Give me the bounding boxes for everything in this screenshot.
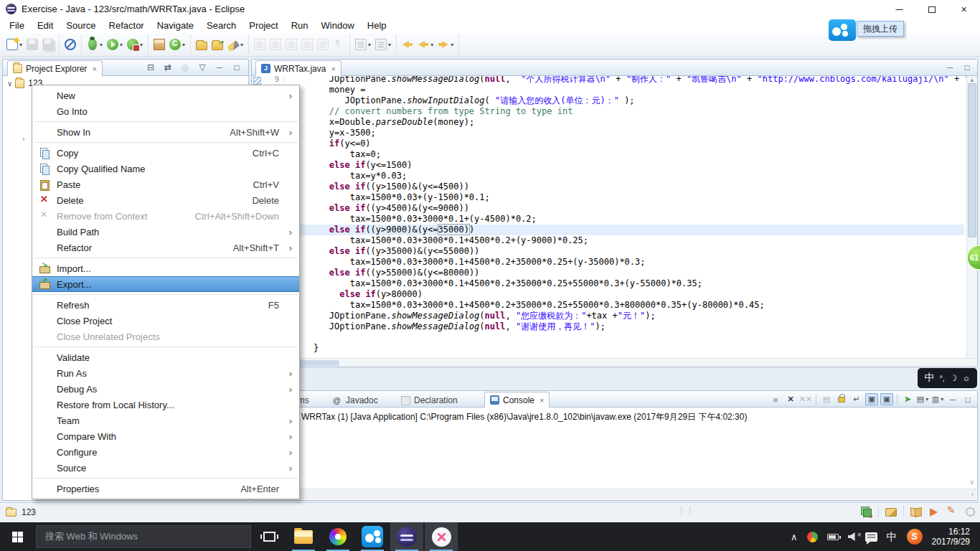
code-line[interactable]: tax=1500*0.03+(y-1500)*0.1;: [288, 192, 964, 203]
menubar-item-edit[interactable]: Edit: [31, 19, 60, 32]
code-line[interactable]: tax=0;: [288, 149, 964, 160]
dropdown-arrow-icon[interactable]: ▾: [388, 42, 391, 48]
dropdown-arrow-icon[interactable]: ▾: [925, 396, 928, 402]
pencil-icon[interactable]: [946, 506, 958, 517]
sogou-icon[interactable]: S: [907, 529, 923, 545]
minimize-icon[interactable]: ─: [214, 62, 225, 73]
ime-language-indicator[interactable]: 中: [887, 530, 897, 544]
code-line[interactable]: JOptionPane.showInputDialog( "请输入您的收入(单位…: [288, 95, 964, 106]
menu-item-configure[interactable]: Configure›: [32, 444, 299, 460]
close-tab-icon[interactable]: ×: [92, 65, 96, 73]
open-console-icon[interactable]: ▥▾: [931, 393, 944, 405]
menu-item-show-in[interactable]: Show InAlt+Shift+W›: [32, 124, 299, 140]
code-line[interactable]: y=x-3500;: [288, 128, 964, 138]
code-line[interactable]: else if((y>55000)&(y<=80000)): [288, 268, 964, 278]
code-line[interactable]: tax=1500*0.03+3000*0.1+4500*0.2+35000*0.…: [288, 257, 964, 268]
netdisk-drag-upload-widget[interactable]: 拖拽上传: [829, 19, 904, 41]
ime-lang-toggle[interactable]: 中: [925, 372, 935, 385]
menu-item-compare-with[interactable]: Compare With›: [32, 428, 299, 444]
gray7-button[interactable]: ▾: [373, 37, 393, 52]
book-icon[interactable]: [910, 506, 922, 517]
editor-horizontal-scrollbar[interactable]: [252, 358, 977, 367]
menubar-item-search[interactable]: Search: [200, 19, 242, 32]
back-button[interactable]: ▾: [415, 37, 435, 52]
taskbar-app-color-wheel-app[interactable]: [321, 522, 354, 551]
dropdown-arrow-icon[interactable]: ▾: [120, 42, 123, 48]
close-tab-icon[interactable]: ×: [540, 396, 544, 405]
new-button[interactable]: ▾: [4, 37, 24, 52]
volume-muted-icon[interactable]: ×: [848, 532, 856, 541]
tree-expander-icon[interactable]: ›: [22, 134, 25, 143]
code-line[interactable]: tax=1500*0.03+3000*0.1+4500*0.2+(y-9000)…: [288, 235, 964, 246]
speedup-ball[interactable]: 61: [966, 245, 980, 270]
menubar-item-project[interactable]: Project: [242, 19, 284, 32]
code-line[interactable]: [288, 332, 964, 343]
menu-item-copy-qualified-name[interactable]: Copy Qualified Name: [32, 161, 299, 176]
menu-item-go-into[interactable]: Go Into: [32, 103, 299, 119]
scrollbar-thumb[interactable]: [968, 83, 976, 237]
code-line[interactable]: else if((y>4500)&(y<=9000)): [288, 203, 964, 214]
code-line[interactable]: else if((y>35000)&(y<=55000)): [288, 246, 964, 257]
netdisk-icon[interactable]: [829, 19, 856, 41]
start-button[interactable]: [0, 522, 34, 551]
menu-item-source[interactable]: Source›: [32, 460, 299, 476]
remove-launch-icon[interactable]: ✕: [784, 393, 797, 405]
coverage-button[interactable]: ▾: [125, 37, 145, 52]
menu-item-export[interactable]: Export...: [32, 276, 299, 292]
code-line[interactable]: }: [288, 343, 964, 354]
collapse-all-icon[interactable]: ⊟: [145, 62, 156, 73]
tree-expander-icon[interactable]: ∨: [7, 80, 12, 88]
close-tab-icon[interactable]: ×: [331, 65, 335, 73]
tab-javadoc[interactable]: @Javadoc: [328, 393, 383, 408]
dropdown-arrow-icon[interactable]: ▾: [430, 42, 433, 48]
minimize-icon[interactable]: ─: [944, 62, 956, 73]
dropdown-arrow-icon[interactable]: ▾: [100, 42, 103, 48]
tab-declaration[interactable]: Declaration: [396, 393, 463, 408]
scroll-up-icon[interactable]: ▲: [969, 77, 975, 83]
taskbar-app-task-view[interactable]: [253, 522, 286, 551]
menu-item-properties[interactable]: PropertiesAlt+Enter: [32, 481, 299, 496]
code-line[interactable]: tax=1500*0.03+3000*0.1+4500*0.2+35000*0.…: [288, 300, 964, 311]
menu-item-team[interactable]: Team›: [32, 413, 299, 428]
maximize-icon[interactable]: □: [961, 393, 974, 405]
run-button[interactable]: ▾: [105, 37, 125, 52]
code-line[interactable]: else if((y>1500)&(y<=4500)): [288, 182, 964, 192]
dropdown-arrow-icon[interactable]: ▾: [19, 42, 22, 48]
code-line[interactable]: JOptionPane.showMessageDialog(null, "个人所…: [288, 76, 964, 85]
scroll-lock-icon[interactable]: [835, 393, 848, 405]
dropdown-arrow-icon[interactable]: ▾: [451, 42, 453, 48]
newclass-button[interactable]: ▾: [167, 37, 187, 52]
menu-item-run-as[interactable]: Run As›: [32, 365, 299, 381]
show-stderr-icon[interactable]: ▣: [880, 393, 893, 405]
scroll-right-icon[interactable]: ›: [971, 490, 974, 498]
scroll-down-icon[interactable]: ∨: [969, 479, 974, 486]
lastedit-button[interactable]: [400, 37, 415, 52]
pin-console-icon[interactable]: ➤: [901, 393, 914, 405]
link-editor-icon[interactable]: ⇄: [162, 62, 174, 73]
battery-icon[interactable]: [827, 534, 839, 540]
close-window-icon[interactable]: ×: [948, 0, 980, 19]
word-wrap-icon[interactable]: ↵: [850, 393, 863, 405]
menu-item-validate[interactable]: Validate: [32, 349, 299, 365]
show-stdout-icon[interactable]: ▣: [865, 393, 878, 405]
code-line[interactable]: JOptionPane.showMessageDialog(null, "您应缴…: [288, 311, 964, 321]
menu-item-new[interactable]: New›: [32, 88, 299, 103]
sync-view-icon[interactable]: [860, 506, 872, 517]
antivirus-icon[interactable]: [807, 532, 818, 542]
code-line[interactable]: if(y<=0): [288, 138, 964, 149]
wedge-icon[interactable]: [885, 508, 897, 517]
view-menu-icon[interactable]: ▽: [197, 62, 208, 73]
menu-item-paste[interactable]: PasteCtrl+V: [32, 176, 299, 192]
menu-item-refactor[interactable]: RefactorAlt+Shift+T›: [32, 240, 299, 255]
code-line[interactable]: tax=y*0.03;: [288, 171, 964, 182]
javaproj-button[interactable]: [151, 37, 167, 52]
code-line[interactable]: money =: [288, 85, 964, 95]
forward-button[interactable]: ▾: [435, 37, 456, 52]
menu-item-debug-as[interactable]: Debug As›: [32, 381, 299, 397]
menubar-item-source[interactable]: Source: [60, 19, 102, 32]
menubar-item-file[interactable]: File: [3, 19, 31, 32]
taskbar-app-screen-capture-app[interactable]: [425, 522, 458, 551]
menubar-item-run[interactable]: Run: [285, 19, 315, 32]
menu-item-close-project[interactable]: Close Project: [32, 313, 299, 329]
notifications-icon[interactable]: [865, 532, 877, 542]
